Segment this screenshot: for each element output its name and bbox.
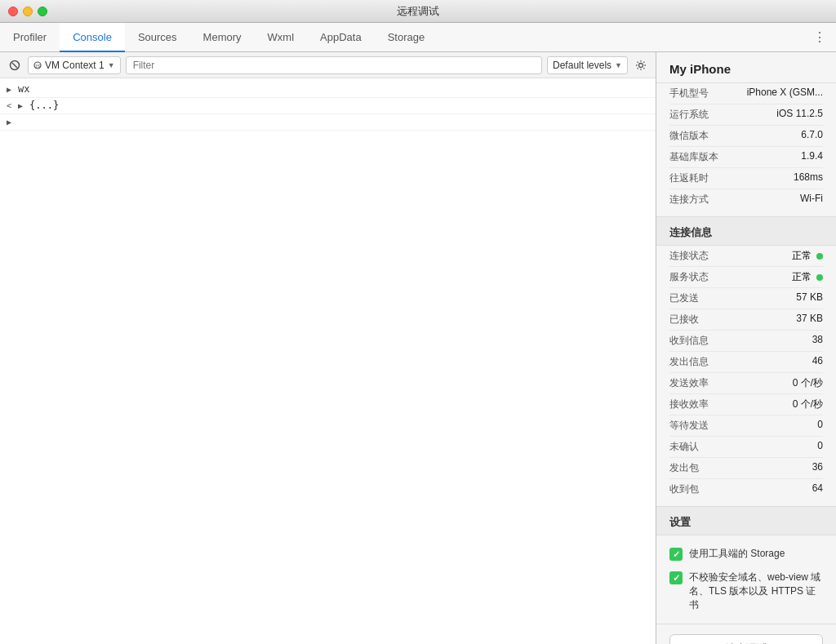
- iphone-panel-header: My iPhone: [656, 52, 836, 83]
- info-value-latency: 168ms: [715, 171, 823, 185]
- console-row-wx[interactable]: ▶ wx: [0, 82, 656, 98]
- traffic-lights: [8, 7, 47, 16]
- info-label-recv-rate: 接收效率: [669, 398, 709, 411]
- info-value-sent: 57 KB: [705, 291, 823, 305]
- tab-appdata[interactable]: AppData: [307, 23, 375, 52]
- more-tabs-button[interactable]: ⋮: [803, 23, 836, 51]
- console-value-wx: wx: [18, 83, 29, 95]
- context-label: VM Context 1: [45, 60, 104, 71]
- info-label-received: 已接收: [669, 313, 699, 326]
- svg-line-1: [12, 63, 17, 68]
- status-dot-svc: [816, 274, 823, 281]
- console-panel: JS VM Context 1 ▼ Default levels ▼ ▶ wx: [0, 52, 656, 644]
- info-row-msg-out: 发出信息 46: [669, 352, 823, 373]
- console-row-caret[interactable]: ▶: [0, 114, 656, 131]
- info-label-msg-out: 发出信息: [669, 355, 709, 369]
- device-info-section: 手机型号 iPhone X (GSM... 运行系统 iOS 11.2.5 微信…: [656, 83, 836, 216]
- right-panel: My iPhone 手机型号 iPhone X (GSM... 运行系统 iOS…: [656, 52, 836, 644]
- console-settings-button[interactable]: [633, 57, 649, 73]
- level-selector[interactable]: Default levels ▼: [547, 56, 628, 74]
- titlebar: 远程调试: [0, 0, 836, 23]
- info-value-msg-in: 38: [715, 334, 823, 348]
- info-row-latency: 往返耗时 168ms: [669, 168, 823, 189]
- info-row-svc-status: 服务状态 正常: [669, 267, 823, 288]
- info-label-lib: 基础库版本: [669, 150, 718, 164]
- info-label-send-rate: 发送效率: [669, 376, 709, 390]
- tab-sources[interactable]: Sources: [125, 23, 190, 52]
- info-value-model: iPhone X (GSM...: [715, 87, 823, 100]
- info-label-latency: 往返耗时: [669, 171, 709, 185]
- info-row-pkt-out: 发出包 36: [669, 458, 823, 479]
- info-row-conn-status: 连接状态 正常: [669, 246, 823, 267]
- info-row-wx-ver: 微信版本 6.7.0: [669, 126, 823, 147]
- info-label-wx-ver: 微信版本: [669, 129, 709, 143]
- connection-section-title: 连接信息: [656, 216, 836, 246]
- info-label-pkt-in: 收到包: [669, 482, 699, 496]
- console-content: ▶ wx < ▶ {...} ▶: [0, 78, 656, 644]
- info-label-svc-status: 服务状态: [669, 270, 709, 284]
- filter-input[interactable]: [126, 56, 542, 74]
- tab-memory[interactable]: Memory: [190, 23, 255, 52]
- info-label-unacked: 未确认: [669, 440, 699, 454]
- console-value-obj: {...}: [29, 100, 59, 111]
- minimize-button[interactable]: [23, 7, 33, 16]
- console-row-obj[interactable]: < ▶ {...}: [0, 98, 656, 114]
- info-row-send-rate: 发送效率 0 个/秒: [669, 373, 823, 394]
- info-row-sent: 已发送 57 KB: [669, 288, 823, 309]
- info-value-svc-status: 正常: [792, 270, 823, 284]
- info-row-os: 运行系统 iOS 11.2.5: [669, 104, 823, 126]
- tab-storage[interactable]: Storage: [375, 23, 438, 52]
- info-label-conn-status: 连接状态: [669, 249, 709, 263]
- end-debug-button[interactable]: 结束调试: [669, 634, 823, 644]
- info-row-received: 已接收 37 KB: [669, 309, 823, 331]
- expand-arrow-wx: ▶: [7, 85, 16, 94]
- setting-storage-label: 使用工具端的 Storage: [689, 547, 785, 561]
- info-value-send-rate: 0 个/秒: [715, 376, 823, 390]
- status-dot-conn: [816, 253, 823, 260]
- info-row-unacked: 未确认 0: [669, 437, 823, 458]
- end-debug-container: 结束调试: [656, 624, 836, 644]
- info-row-lib: 基础库版本 1.9.4: [669, 147, 823, 168]
- info-row-pkt-in: 收到包 64: [669, 479, 823, 500]
- close-button[interactable]: [8, 7, 18, 16]
- info-label-model: 手机型号: [669, 87, 709, 100]
- settings-section: 使用工具端的 Storage 不校验安全域名、web-view 域名、TLS 版…: [656, 535, 836, 624]
- tab-console[interactable]: Console: [60, 23, 125, 52]
- svg-text:JS: JS: [34, 63, 40, 68]
- info-value-lib: 1.9.4: [725, 150, 823, 164]
- info-value-wx-ver: 6.7.0: [715, 129, 823, 143]
- info-row-recv-rate: 接收效率 0 个/秒: [669, 394, 823, 415]
- checkbox-ssl[interactable]: [669, 571, 683, 584]
- info-value-pkt-in: 64: [705, 482, 823, 496]
- level-label: Default levels: [553, 60, 611, 71]
- info-value-recv-rate: 0 个/秒: [715, 398, 823, 411]
- info-row-msg-in: 收到信息 38: [669, 331, 823, 352]
- info-value-conn-status: 正常: [792, 249, 823, 263]
- info-label-pkt-out: 发出包: [669, 461, 699, 475]
- info-label-connection-type: 连接方式: [669, 193, 709, 207]
- tab-wxml[interactable]: Wxml: [255, 23, 308, 52]
- context-selector[interactable]: JS VM Context 1 ▼: [28, 56, 121, 74]
- info-value-unacked: 0: [705, 440, 823, 454]
- maximize-button[interactable]: [38, 7, 47, 16]
- setting-ssl-label: 不校验安全域名、web-view 域名、TLS 版本以及 HTTPS 证书: [689, 571, 823, 612]
- info-row-pending: 等待发送 0: [669, 415, 823, 437]
- settings-section-title: 设置: [656, 506, 836, 535]
- info-value-pkt-out: 36: [705, 461, 823, 475]
- info-label-os: 运行系统: [669, 108, 709, 122]
- connection-info-section: 连接状态 正常 服务状态 正常 已发送 57 KB 已接收 37 KB: [656, 246, 836, 506]
- expand-arrow-caret: ▶: [7, 118, 16, 127]
- clear-console-button[interactable]: [7, 57, 23, 73]
- info-label-pending: 等待发送: [669, 419, 709, 433]
- tabbar: Profiler Console Sources Memory Wxml App…: [0, 23, 836, 52]
- info-row-model: 手机型号 iPhone X (GSM...: [669, 83, 823, 104]
- setting-ssl: 不校验安全域名、web-view 域名、TLS 版本以及 HTTPS 证书: [669, 566, 823, 617]
- setting-storage: 使用工具端的 Storage: [669, 542, 823, 566]
- context-chevron-icon: ▼: [108, 61, 115, 69]
- info-value-connection-type: Wi-Fi: [715, 193, 823, 207]
- svg-point-4: [639, 63, 643, 67]
- tab-profiler[interactable]: Profiler: [0, 23, 60, 52]
- level-chevron-icon: ▼: [615, 61, 622, 69]
- checkbox-storage[interactable]: [669, 548, 683, 561]
- expand-arrow-obj: <: [7, 101, 16, 110]
